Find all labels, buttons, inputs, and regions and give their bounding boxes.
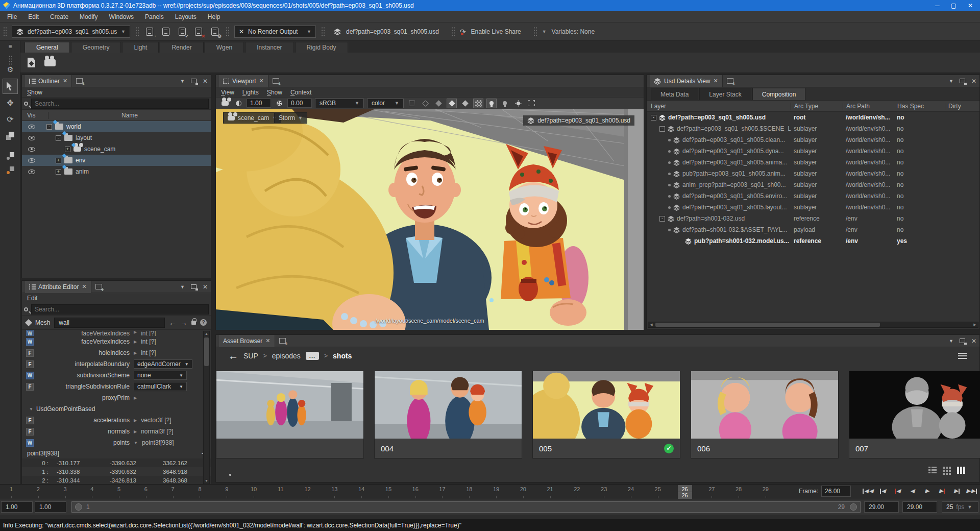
- frame-number-12[interactable]: 12: [304, 486, 310, 492]
- back-arrow-icon[interactable]: ←: [228, 350, 238, 362]
- usd-layer-row[interactable]: -def?path=ep003_sq01_sh005.$SCENE_L...su…: [647, 123, 979, 134]
- menu-modify[interactable]: Modify: [80, 13, 97, 20]
- chevron-down-icon[interactable]: ▼: [180, 79, 185, 84]
- discard-layer-icon[interactable]: ✕: [193, 26, 204, 37]
- menu-help[interactable]: Help: [208, 13, 220, 20]
- close-button[interactable]: ✕: [968, 2, 973, 9]
- fps-dropdown[interactable]: 25 fps ▼: [942, 501, 978, 513]
- tab-light[interactable]: Light: [122, 42, 159, 53]
- shelf-camera-icon[interactable]: [44, 59, 56, 66]
- outliner-search-input[interactable]: Search...: [31, 99, 209, 109]
- range-slider-right-knob[interactable]: [850, 503, 857, 511]
- tab-general[interactable]: General: [24, 42, 70, 53]
- attribute-row-points[interactable]: Wpoints▼point3f[938]: [22, 437, 211, 448]
- texture-checker-icon[interactable]: [473, 99, 483, 108]
- outliner-row-env[interactable]: +env: [22, 155, 211, 166]
- chevron-down-icon[interactable]: ▼: [180, 284, 185, 289]
- attribute-row-holeIndices[interactable]: FholeIndices▶int [?]: [22, 347, 211, 358]
- tab-instancer[interactable]: Instancer: [245, 42, 293, 53]
- visibility-eye-icon[interactable]: [28, 170, 35, 174]
- frame-number-6[interactable]: 6: [144, 486, 148, 492]
- viewport-menu-lights[interactable]: Lights: [242, 89, 259, 96]
- view-grid-icon[interactable]: [943, 467, 951, 474]
- viewport-tab[interactable]: Viewport ✕: [219, 75, 268, 87]
- frame-number-26[interactable]: 26: [681, 486, 688, 492]
- attribute-row-faceVertexIndices[interactable]: WfaceVertexIndices▶int [?]: [22, 330, 211, 336]
- outliner-show-menu[interactable]: Show: [27, 89, 42, 96]
- attribute-row-proxyPrim[interactable]: FproxyPrim▶: [22, 392, 211, 403]
- viewport-3d-view[interactable]: scene_cam ▼ Storm ▼ def?path=ep003_sq01_…: [216, 109, 644, 330]
- new-layer-icon[interactable]: [160, 26, 172, 37]
- select-tool-button[interactable]: [3, 79, 18, 94]
- frame-number-17[interactable]: 17: [439, 486, 445, 492]
- menu-create[interactable]: Create: [50, 13, 68, 20]
- point-row[interactable]: 2 :-310.344-3426.8133648.368: [22, 476, 211, 485]
- frame-number-1[interactable]: 1: [10, 486, 13, 492]
- next-prim-icon[interactable]: →: [180, 319, 187, 327]
- attribute-value-dropdown[interactable]: catmullClark▼: [134, 382, 187, 391]
- toolbar-grip[interactable]: [533, 27, 537, 37]
- close-icon[interactable]: ✕: [82, 283, 86, 290]
- frame-number-16[interactable]: 16: [412, 486, 419, 492]
- frame-number-27[interactable]: 27: [708, 486, 715, 492]
- usd-layer-row[interactable]: anim_prep?path=ep003_sq01_sh00...sublaye…: [647, 179, 979, 190]
- playback-start-field[interactable]: 1.00: [35, 501, 66, 513]
- close-icon[interactable]: ✕: [203, 283, 208, 291]
- frame-number-15[interactable]: 15: [385, 486, 391, 492]
- tab-render[interactable]: Render: [160, 42, 203, 53]
- usd-tab-composition[interactable]: Composition: [752, 88, 806, 100]
- float-panel-icon[interactable]: [191, 284, 197, 289]
- range-slider-left-knob[interactable]: [75, 503, 82, 511]
- outliner-row-scene_cam[interactable]: +scene_cam: [22, 143, 211, 155]
- attribute-row-triangleSubdivisionRule[interactable]: FtriangleSubdivisionRulecatmullClark▼: [22, 381, 211, 392]
- frame-number-29[interactable]: 29: [763, 486, 769, 492]
- collapse-icon[interactable]: -: [659, 216, 665, 222]
- usd-layer-row[interactable]: def?path=ep003_sq01_sh005.layout...subla…: [647, 202, 979, 213]
- visibility-eye-icon[interactable]: [28, 147, 35, 152]
- shot-card-004[interactable]: 004: [374, 371, 522, 458]
- attribute-search-input[interactable]: Search...: [31, 304, 209, 315]
- frame-number-21[interactable]: 21: [547, 486, 553, 492]
- outliner-row-world[interactable]: -world: [22, 121, 211, 132]
- viewport-menu-view[interactable]: View: [221, 89, 234, 96]
- expand-icon[interactable]: ▶: [134, 429, 137, 434]
- scale-tool-button[interactable]: [0, 132, 20, 140]
- collapse-icon[interactable]: -: [46, 124, 52, 130]
- scene-lights-icon[interactable]: [500, 99, 510, 108]
- frame-number-28[interactable]: 28: [736, 486, 742, 492]
- rotate-tool-button[interactable]: ⟳: [0, 114, 20, 124]
- tab-wgen[interactable]: Wgen: [205, 42, 244, 53]
- colorspace-dropdown[interactable]: sRGB▼: [315, 99, 364, 108]
- viewport-menu-show[interactable]: Show: [267, 89, 282, 96]
- section-usdgeompointbased[interactable]: ▼UsdGeomPointBased: [22, 403, 211, 415]
- range-start-field[interactable]: 1.00: [1, 501, 33, 513]
- render-output-dropdown[interactable]: ✕ No Render Output ▼: [234, 26, 316, 38]
- chevron-down-icon[interactable]: ▼: [949, 79, 953, 84]
- rail-settings-gear-icon[interactable]: ⚙: [0, 65, 20, 74]
- outliner-row-anim[interactable]: +anim: [22, 166, 211, 177]
- prev-prim-icon[interactable]: ←: [169, 319, 176, 327]
- viewport-menu-context[interactable]: Context: [290, 89, 311, 96]
- rail-grip[interactable]: [0, 55, 20, 65]
- shot-card[interactable]: [216, 371, 364, 458]
- shot-card-007[interactable]: 007: [849, 371, 980, 458]
- usd-layer-row[interactable]: pub?path=sh001-032.model.us...reference/…: [647, 235, 979, 247]
- dome-light-icon[interactable]: [513, 99, 523, 108]
- frame-number-5[interactable]: 5: [117, 486, 120, 492]
- frame-value-field[interactable]: 26.00: [821, 486, 851, 497]
- toolbar-grip[interactable]: [3, 27, 7, 37]
- tab-rigid-body[interactable]: Rigid Body: [295, 42, 348, 53]
- frame-number-10[interactable]: 10: [251, 486, 257, 492]
- move-tool-button[interactable]: ✥: [0, 98, 20, 108]
- column-name[interactable]: Name: [48, 112, 211, 119]
- usd-tab-layer-stack[interactable]: Layer Stack: [699, 88, 751, 100]
- node-tool-button[interactable]: [0, 152, 20, 160]
- usd-layer-row[interactable]: pub?path=ep003_sq01_sh005.anim...sublaye…: [647, 168, 979, 179]
- prev-frame-button[interactable]: ◀: [891, 485, 904, 497]
- close-icon[interactable]: ✕: [713, 78, 718, 84]
- attribute-scrollbar[interactable]: ▲ ▼: [203, 331, 210, 484]
- column-arc-path[interactable]: Arc Path: [843, 103, 894, 110]
- expand-icon[interactable]: ▶: [134, 351, 137, 355]
- attribute-row-subdivisionScheme[interactable]: WsubdivisionSchemenone▼: [22, 370, 211, 381]
- playhead-frame-label[interactable]: 26: [678, 492, 692, 499]
